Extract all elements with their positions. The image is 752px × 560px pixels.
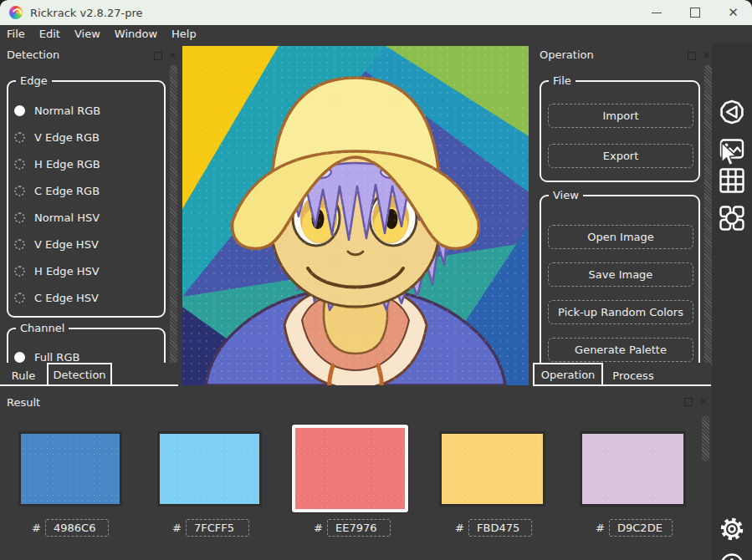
radio-h-edge-hsv[interactable]: H Edge HSV — [14, 262, 100, 280]
hash-label-3: # — [314, 522, 323, 534]
view-group-label: View — [549, 189, 583, 201]
hash-label-5: # — [596, 522, 605, 534]
wheel-icon[interactable] — [717, 97, 747, 127]
radio-dot — [14, 352, 25, 363]
tab-operation[interactable]: Operation — [533, 363, 603, 386]
radio-c-edge-hsv[interactable]: C Edge HSV — [14, 288, 99, 307]
operation-scrollbar[interactable] — [704, 65, 712, 368]
settings-gear-icon[interactable] — [717, 514, 747, 544]
right-tab-bar: Operation Process — [533, 363, 711, 386]
radio-dot — [14, 186, 25, 196]
radio-dot — [14, 105, 25, 116]
result-float-icon[interactable] — [684, 398, 693, 406]
radio-v-edge-hsv[interactable]: V Edge HSV — [14, 235, 99, 253]
swatch-3-selected[interactable] — [292, 425, 408, 512]
pickup-random-colors-button[interactable]: Pick-up Random Colors — [548, 300, 693, 324]
export-button[interactable]: Export — [548, 144, 693, 168]
detection-float-icon[interactable] — [154, 52, 162, 60]
menu-window[interactable]: Window — [115, 28, 157, 40]
tab-process[interactable]: Process — [603, 364, 663, 386]
detection-close-icon[interactable]: ✕ — [169, 52, 176, 60]
board-icon[interactable] — [717, 203, 747, 233]
tab-rule[interactable]: Rule — [0, 364, 47, 386]
radio-v-edge-rgb[interactable]: V Edge RGB — [14, 128, 100, 146]
radio-normal-hsv[interactable]: Normal HSV — [14, 208, 100, 227]
radio-dot — [14, 266, 25, 277]
open-image-button[interactable]: Open Image — [548, 225, 693, 249]
close-icon: ✕ — [728, 8, 739, 18]
file-groupbox: File Import Export — [540, 80, 700, 182]
radio-dot — [14, 132, 25, 143]
app-window: Rickrack v2.8.27-pre ✕ File Edit View Wi… — [0, 0, 752, 560]
swatch-2[interactable] — [157, 431, 262, 507]
tab-detection[interactable]: Detection — [47, 363, 112, 386]
minimize-icon — [652, 13, 662, 13]
maximize-icon — [690, 8, 700, 18]
window-title: Rickrack v2.8.27-pre — [30, 7, 142, 19]
minimize-button[interactable] — [651, 8, 662, 18]
hex-input-2[interactable] — [186, 519, 249, 537]
hash-label-1: # — [32, 522, 41, 534]
radio-c-edge-rgb[interactable]: C Edge RGB — [14, 181, 100, 200]
hex-input-5[interactable] — [609, 519, 673, 537]
view-groupbox: View Open Image Save Image Pick-up Rando… — [540, 195, 700, 370]
hash-label-4: # — [455, 522, 464, 534]
result-close-icon[interactable]: ✕ — [699, 398, 707, 406]
result-scrollbar[interactable] — [702, 416, 709, 461]
detection-scrollbar[interactable] — [170, 65, 177, 368]
radio-h-edge-rgb[interactable]: H Edge RGB — [14, 155, 100, 173]
channel-group-label: Channel — [16, 322, 69, 334]
info-icon[interactable] — [717, 550, 747, 560]
swatch-1[interactable] — [18, 431, 122, 507]
radio-dot — [14, 239, 25, 250]
mouse-cursor — [720, 142, 740, 171]
import-button[interactable]: Import — [548, 104, 693, 128]
menu-bar: File Edit View Window Help — [0, 25, 752, 43]
operation-close-icon[interactable]: ✕ — [703, 52, 710, 60]
edge-groupbox: Edge Normal RGB V Edge RGB H Edge RGB C … — [7, 80, 166, 318]
menu-help[interactable]: Help — [171, 28, 197, 40]
canvas-image[interactable] — [182, 46, 529, 385]
hash-label-2: # — [172, 522, 182, 534]
swatch-4[interactable] — [439, 431, 545, 507]
generate-palette-button[interactable]: Generate Palette — [548, 338, 693, 362]
tool-sidebar — [712, 43, 752, 560]
close-button[interactable]: ✕ — [728, 8, 739, 18]
save-image-button[interactable]: Save Image — [548, 262, 693, 287]
swatch-5[interactable] — [580, 431, 686, 507]
operation-float-icon[interactable] — [688, 52, 696, 60]
hex-input-4[interactable] — [468, 519, 532, 537]
menu-view[interactable]: View — [74, 28, 100, 40]
maximize-button[interactable] — [689, 8, 700, 18]
radio-dot — [14, 293, 25, 303]
left-tab-bar: Rule Detection — [0, 363, 178, 386]
detection-panel-title: Detection — [7, 48, 59, 61]
title-bar: Rickrack v2.8.27-pre ✕ — [0, 0, 752, 25]
radio-dot — [14, 212, 25, 223]
hex-input-3[interactable] — [327, 519, 391, 537]
result-panel-title: Result — [7, 396, 40, 409]
radio-normal-rgb[interactable]: Normal RGB — [14, 101, 100, 120]
radio-dot — [14, 159, 25, 170]
menu-file[interactable]: File — [7, 28, 25, 40]
app-logo-icon — [9, 6, 23, 19]
hex-input-1[interactable] — [45, 519, 109, 537]
edge-group-label: Edge — [16, 74, 52, 87]
menu-edit[interactable]: Edit — [39, 28, 60, 40]
file-group-label: File — [549, 74, 576, 87]
operation-panel-title: Operation — [540, 48, 594, 61]
